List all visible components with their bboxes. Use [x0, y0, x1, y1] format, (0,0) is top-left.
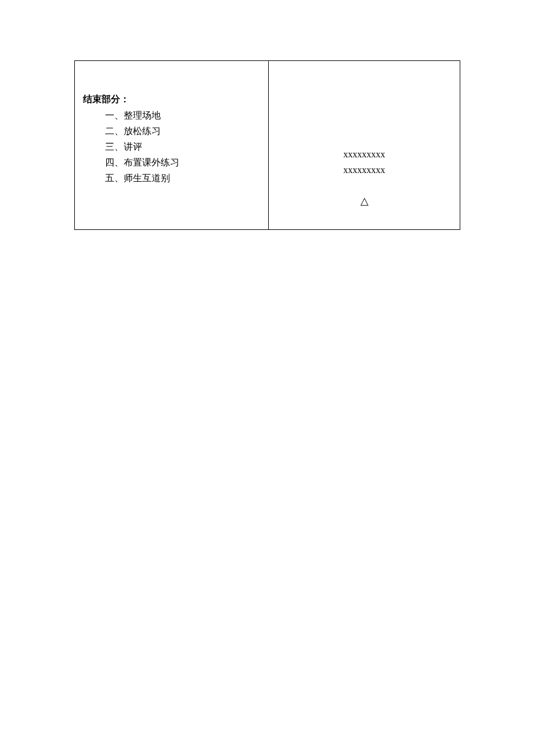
formation-row: xxxxxxxxx: [344, 149, 385, 160]
left-cell: 结束部分： 一、整理场地 二、放松练习 三、讲评 四、布置课外练习 五、师生互道…: [74, 60, 269, 230]
list-item: 二、放松练习: [83, 123, 260, 139]
section-heading: 结束部分：: [83, 91, 260, 107]
lesson-plan-table: 结束部分： 一、整理场地 二、放松练习 三、讲评 四、布置课外练习 五、师生互道…: [74, 60, 460, 230]
list-item: 三、讲评: [83, 139, 260, 154]
right-cell: xxxxxxxxx xxxxxxxxx △: [269, 60, 460, 230]
triangle-icon: △: [360, 195, 369, 207]
list-item: 五、师生互道别: [83, 170, 260, 186]
list-item: 四、布置课外练习: [83, 154, 260, 170]
formation-row: xxxxxxxxx: [344, 165, 385, 175]
list-item: 一、整理场地: [83, 107, 260, 123]
